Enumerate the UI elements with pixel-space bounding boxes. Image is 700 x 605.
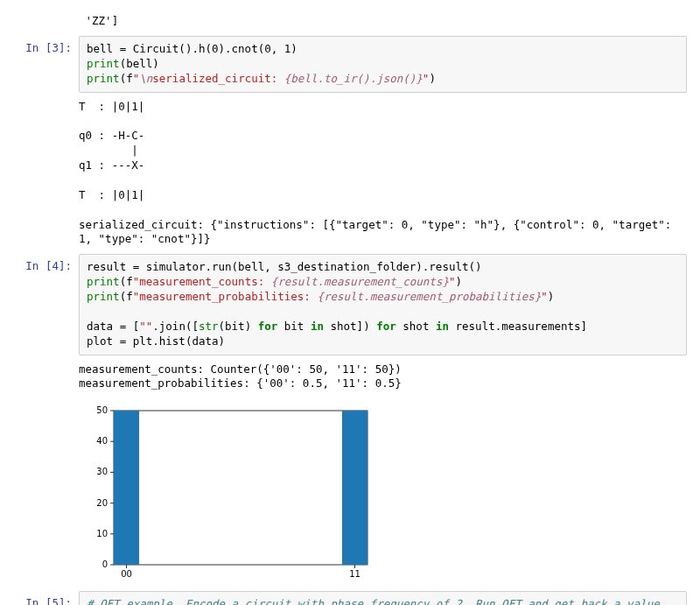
prompt-in-3: In [3]: — [13, 36, 79, 93]
code-str: "measurement_probabilities: — [133, 290, 318, 303]
code-input-4[interactable]: result = simulator.run(bell, s3_destinat… — [79, 254, 687, 355]
code-text: ) — [429, 72, 436, 85]
code-text: (f — [120, 72, 133, 85]
code-text: data = [ — [87, 320, 139, 333]
code-text: shot — [396, 320, 436, 333]
code-text: (bit) — [219, 320, 258, 333]
code-str: " — [541, 290, 548, 303]
empty-prompt — [13, 398, 79, 589]
code-builtin: print — [87, 290, 120, 303]
input-cell-4: In [4]: result = simulator.run(bell, s3_… — [13, 254, 687, 355]
empty-prompt — [13, 95, 79, 253]
code-interp: {bell.to_ir().json()} — [284, 72, 423, 85]
code-line: bell = Circuit().h(0).cnot(0, 1) — [87, 42, 298, 55]
input-cell-3: In [3]: bell = Circuit().h(0).cnot(0, 1)… — [13, 36, 687, 93]
code-interp: {result.measurement_probabilities} — [317, 290, 541, 303]
svg-rect-13 — [114, 411, 139, 565]
svg-text:11: 11 — [349, 569, 360, 579]
svg-text:00: 00 — [121, 569, 132, 579]
code-text: (bell) — [120, 57, 159, 70]
output-cell-4-text: measurement_counts: Counter({'00': 50, '… — [13, 357, 687, 397]
code-comment: # QFT example. Encode a circuit with pha… — [87, 597, 666, 605]
svg-text:30: 30 — [96, 468, 108, 477]
svg-text:50: 50 — [96, 405, 108, 415]
code-input-5[interactable]: # QFT example. Encode a circuit with pha… — [79, 591, 687, 605]
empty-prompt — [13, 9, 79, 34]
svg-text:40: 40 — [96, 436, 108, 446]
code-interp: {result.measurement_counts} — [271, 275, 449, 288]
histogram-chart: 010203040500011 — [79, 398, 687, 589]
code-kw: for — [376, 320, 396, 333]
svg-text:10: 10 — [96, 529, 108, 538]
code-text: (f — [120, 290, 133, 303]
code-builtin: print — [87, 72, 120, 85]
prompt-in-4: In [4]: — [13, 254, 79, 355]
prompt-in-5: In [5]: — [13, 591, 79, 605]
svg-rect-14 — [342, 411, 368, 565]
output-text-3: T : |0|1| q0 : -H-C- | q1 : ---X- T : |0… — [79, 95, 687, 253]
code-kw: in — [436, 320, 449, 333]
code-text: result.measurements] — [449, 320, 587, 333]
code-builtin: str — [199, 320, 219, 333]
code-str: "measurement_counts: — [133, 275, 271, 288]
output-text-4: measurement_counts: Counter({'00': 50, '… — [79, 357, 687, 397]
chart-svg: 010203040500011 — [79, 402, 376, 586]
output-cell-3: T : |0|1| q0 : -H-C- | q1 : ---X- T : |0… — [13, 95, 687, 253]
code-kw: for — [258, 320, 278, 333]
empty-prompt — [13, 357, 79, 397]
code-builtin: print — [87, 275, 120, 288]
code-text: bit — [277, 320, 311, 333]
code-str: serialized_circuit: — [152, 72, 284, 85]
svg-text:20: 20 — [96, 498, 108, 508]
output-fragment-cell: 'ZZ'] — [13, 9, 687, 34]
code-line: plot = plt.hist(data) — [87, 334, 225, 348]
output-fragment-text: 'ZZ'] — [79, 9, 687, 34]
code-str: "" — [139, 320, 152, 333]
code-text: shot]) — [324, 320, 376, 333]
code-text: .join([ — [152, 320, 199, 333]
code-builtin: print — [87, 57, 120, 70]
input-cell-5: In [5]: # QFT example. Encode a circuit … — [13, 591, 687, 605]
svg-rect-0 — [114, 411, 368, 565]
code-text: (f — [120, 275, 133, 288]
output-cell-4-chart: 010203040500011 — [13, 398, 687, 589]
code-escape: \n — [139, 72, 152, 85]
code-line: result = simulator.run(bell, s3_destinat… — [87, 260, 482, 273]
code-text: ) — [548, 290, 555, 303]
svg-text:0: 0 — [102, 559, 108, 569]
code-kw: in — [311, 320, 324, 333]
code-input-3[interactable]: bell = Circuit().h(0).cnot(0, 1) print(b… — [79, 36, 687, 93]
code-text: ) — [455, 275, 462, 288]
